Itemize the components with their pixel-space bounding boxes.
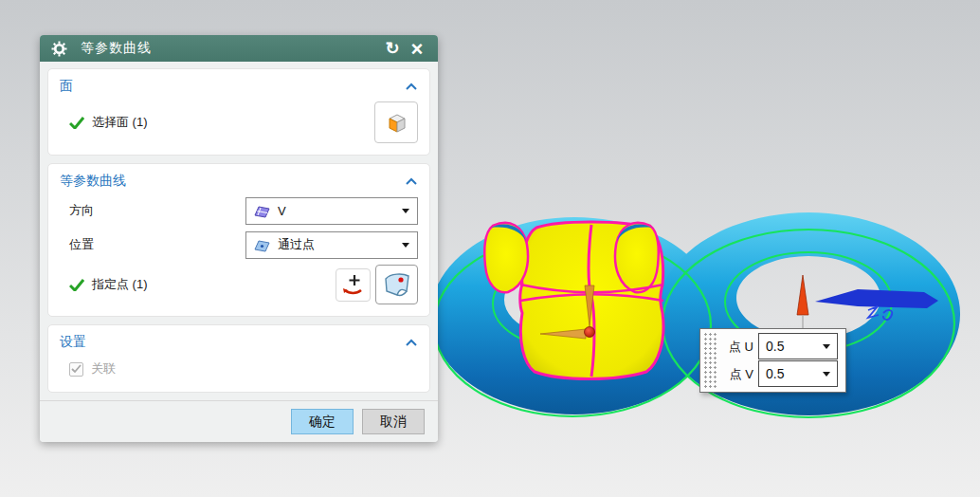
point-on-face-button[interactable] bbox=[375, 265, 418, 304]
dialog-title: 等参数曲线 bbox=[81, 40, 152, 57]
chevron-up-icon[interactable] bbox=[405, 339, 418, 347]
associative-label: 关联 bbox=[91, 360, 116, 377]
uv-point-panel: 点 U 0.5 点 V 0.5 bbox=[699, 328, 846, 393]
point-constructor-icon bbox=[340, 272, 367, 297]
cancel-button[interactable]: 取消 bbox=[362, 409, 425, 434]
reset-button[interactable]: ↻ bbox=[381, 40, 404, 58]
point-v-input[interactable]: 0.5 bbox=[758, 360, 838, 387]
gear-icon bbox=[51, 41, 67, 57]
select-face-button[interactable] bbox=[374, 101, 418, 143]
select-face-label: 选择面 (1) bbox=[92, 114, 148, 131]
chevron-down-icon bbox=[402, 243, 409, 248]
position-value: 通过点 bbox=[278, 236, 395, 253]
datum-arrow-blue[interactable] bbox=[815, 289, 938, 308]
v-direction-icon bbox=[253, 204, 271, 218]
direction-label: 方向 bbox=[69, 202, 94, 219]
drag-handle[interactable] bbox=[703, 332, 717, 389]
direction-dropdown[interactable]: V bbox=[245, 197, 418, 225]
check-icon bbox=[71, 364, 82, 374]
isocurve-section: 等参数曲线 方向 V 位置 bbox=[47, 163, 430, 317]
chevron-up-icon[interactable] bbox=[405, 177, 418, 186]
close-button[interactable]: × bbox=[406, 40, 428, 58]
ok-button[interactable]: 确定 bbox=[291, 409, 354, 434]
check-icon bbox=[69, 116, 84, 129]
position-dropdown[interactable]: 通过点 bbox=[245, 231, 418, 259]
point-on-face-icon bbox=[382, 270, 412, 299]
isocurve-section-title: 等参数曲线 bbox=[60, 173, 126, 190]
direction-arrow-red[interactable] bbox=[797, 275, 808, 315]
face-section-title: 面 bbox=[60, 78, 73, 95]
point-dialog-button[interactable] bbox=[336, 268, 371, 302]
chevron-down-icon bbox=[823, 372, 830, 377]
chevron-down-icon bbox=[402, 209, 409, 213]
chevron-up-icon[interactable] bbox=[405, 83, 418, 91]
face-section: 面 选择面 (1) bbox=[47, 68, 430, 156]
dialog-body: 面 选择面 (1) bbox=[40, 62, 438, 393]
isoparametric-curve-dialog: 等参数曲线 ↻ × 面 选择面 (1) bbox=[40, 35, 438, 442]
check-icon bbox=[69, 278, 84, 291]
direction-value: V bbox=[278, 204, 395, 218]
point-u-value: 0.5 bbox=[766, 339, 823, 354]
chevron-down-icon bbox=[823, 344, 830, 349]
settings-section: 设置 关联 bbox=[47, 324, 430, 393]
associative-checkbox[interactable] bbox=[69, 362, 83, 377]
point-u-input[interactable]: 0.5 bbox=[758, 333, 838, 359]
point-v-value: 0.5 bbox=[766, 366, 823, 381]
cube-icon bbox=[384, 110, 409, 136]
point-u-label: 点 U bbox=[718, 339, 758, 356]
dialog-titlebar[interactable]: 等参数曲线 ↻ × bbox=[40, 35, 438, 62]
point-v-label: 点 V bbox=[718, 366, 758, 383]
through-point-icon bbox=[253, 238, 271, 252]
dialog-footer: 确定 取消 bbox=[40, 400, 438, 442]
position-label: 位置 bbox=[69, 236, 94, 253]
specify-point-label: 指定点 (1) bbox=[92, 276, 148, 293]
settings-section-title: 设置 bbox=[60, 334, 86, 351]
